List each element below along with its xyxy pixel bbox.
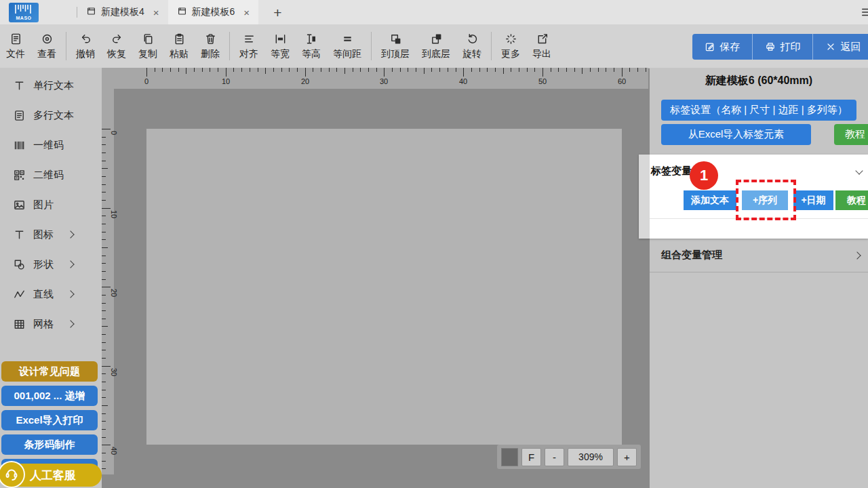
label-variables-section: 标签变量 1 添加文本 +序列 +日期 教程 — [639, 155, 868, 239]
toolbar-separator — [371, 32, 372, 60]
barcode-making-button[interactable]: 条形码制作 — [1, 434, 98, 455]
tab-label: 新建模板4 — [101, 6, 144, 18]
tool-export[interactable]: 导出 — [526, 33, 557, 60]
save-button[interactable]: 保存 — [692, 34, 752, 60]
sidebar-item-image[interactable]: 图片 — [0, 190, 102, 220]
shape-icon — [13, 258, 26, 271]
sidebar-item-qrcode[interactable]: 二维码 — [0, 160, 102, 190]
paste-icon — [173, 33, 186, 46]
image-icon — [13, 199, 26, 211]
tutorial-button[interactable]: 教程 — [834, 124, 868, 145]
tool-paste[interactable]: 粘贴 — [163, 33, 195, 60]
tool-bring-to-front[interactable]: 到顶层 — [375, 33, 416, 60]
tool-label: 到顶层 — [381, 48, 410, 60]
tab-template4[interactable]: 新建模板4 × — [77, 0, 168, 24]
qrcode-icon — [13, 169, 26, 182]
ruler-tick-label: 40 — [110, 447, 118, 455]
multiline-text-icon — [13, 109, 26, 122]
print-label: 打印 — [781, 41, 801, 54]
ruler-tick-label: 30 — [110, 368, 118, 376]
menu-icon[interactable] — [861, 6, 868, 18]
sidebar-item-shape[interactable]: 形状 — [0, 249, 102, 279]
zoom-out-button[interactable]: - — [545, 448, 564, 466]
tool-label: 等间距 — [333, 48, 361, 60]
back-button[interactable]: 返回 — [812, 34, 868, 60]
tool-copy[interactable]: 复制 — [132, 33, 163, 60]
ruler-tick-label: 20 — [110, 289, 118, 297]
logo-pattern-icon — [14, 4, 34, 15]
design-faq-button[interactable]: 设计常见问题 — [1, 361, 98, 382]
label-settings-button[interactable]: 标签设置（名称 | 尺寸 | 边距 | 多列等） — [661, 100, 856, 121]
sidebar-item-multi-line-text[interactable]: 多行文本 — [0, 100, 102, 130]
ruler-tick-label: 0 — [110, 131, 118, 135]
tool-label: 复制 — [138, 48, 157, 60]
increment-numbers-button[interactable]: 001,002 ... 递增 — [1, 386, 98, 406]
tab-close-icon[interactable]: × — [243, 7, 250, 18]
chevron-down-icon[interactable] — [855, 167, 863, 174]
tool-more[interactable]: 更多 — [495, 33, 526, 60]
rotate-icon — [466, 33, 479, 46]
tool-label: 撤销 — [76, 48, 95, 60]
tool-equal-spacing[interactable]: 等间距 — [327, 33, 368, 60]
sidebar-item-barcode[interactable]: 一维码 — [0, 130, 102, 160]
tool-align[interactable]: 对齐 — [233, 33, 264, 60]
more-icon — [505, 33, 517, 46]
undo-icon — [79, 33, 92, 46]
barcode-icon — [13, 139, 26, 152]
tool-label: 对齐 — [239, 48, 258, 60]
fit-button[interactable]: F — [521, 448, 541, 466]
tab-close-icon[interactable]: × — [153, 7, 159, 18]
sidebar-item-label: 单行文本 — [33, 79, 74, 92]
sidebar-item-line[interactable]: 直线 — [0, 279, 102, 309]
sidebar-item-single-line-text[interactable]: 单行文本 — [0, 70, 102, 100]
bring-to-front-icon — [389, 33, 402, 46]
zoom-in-button[interactable]: + — [617, 448, 637, 466]
excel-import-print-button[interactable]: Excel导入打印 — [1, 410, 98, 430]
group-variable-management-row[interactable]: 组合变量管理 — [650, 239, 868, 272]
sidebar-item-label: 图片 — [33, 199, 54, 211]
export-icon — [536, 33, 549, 46]
add-date-button[interactable]: +日期 — [793, 190, 833, 210]
tool-file[interactable]: 文件 — [0, 33, 31, 60]
equal-height-icon — [305, 33, 318, 46]
tool-label: 删除 — [201, 48, 220, 60]
tool-view[interactable]: 查看 — [31, 33, 62, 60]
ruler-tick-label: 10 — [222, 77, 230, 85]
tool-label: 等宽 — [271, 48, 290, 60]
tool-delete[interactable]: 删除 — [195, 33, 226, 60]
tool-equal-width[interactable]: 等宽 — [264, 33, 296, 60]
chevron-right-icon — [853, 251, 861, 259]
group-variable-management-label: 组合变量管理 — [661, 249, 722, 262]
print-button[interactable]: 打印 — [752, 34, 812, 60]
tool-equal-height[interactable]: 等高 — [296, 33, 327, 60]
add-text-button[interactable]: 添加文本 — [684, 190, 736, 210]
glyph-icon — [13, 228, 26, 241]
excel-import-elements-button[interactable]: 从Excel导入标签元素 — [661, 124, 811, 145]
align-icon — [243, 33, 256, 46]
element-tools: 单行文本 多行文本 一维码 二维码 图片 图标 — [0, 68, 102, 339]
tool-label: 旋转 — [462, 48, 481, 60]
file-icon — [9, 33, 22, 46]
label-variables-title: 标签变量 — [651, 165, 692, 178]
customer-service-label: 人工客服 — [30, 468, 76, 483]
sidebar-item-label: 图标 — [33, 228, 54, 241]
sidebar-item-grid[interactable]: 网格 — [0, 309, 102, 339]
tool-redo[interactable]: 恢复 — [101, 33, 132, 60]
sidebar-item-glyph[interactable]: 图标 — [0, 220, 102, 249]
tab-template6[interactable]: 新建模板6 × — [168, 0, 259, 24]
zoom-controls: F - 309% + — [497, 445, 641, 469]
variables-tutorial-button[interactable]: 教程 — [835, 190, 868, 210]
tool-label: 恢复 — [107, 48, 126, 60]
color-swatch[interactable] — [501, 448, 518, 466]
left-panel: 单行文本 多行文本 一维码 二维码 图片 图标 — [0, 68, 102, 488]
page-icon — [86, 6, 96, 18]
zoom-level[interactable]: 309% — [568, 448, 614, 466]
close-icon — [825, 41, 836, 52]
tool-undo[interactable]: 撤销 — [70, 33, 101, 60]
tool-label: 更多 — [501, 48, 520, 60]
tool-send-to-back[interactable]: 到底层 — [416, 33, 456, 60]
label-design-surface[interactable] — [146, 129, 622, 445]
tool-rotate[interactable]: 旋转 — [456, 33, 488, 60]
horizontal-ruler: 0 10 20 30 40 50 60 — [102, 68, 648, 89]
add-tab-button[interactable]: + — [273, 5, 281, 20]
